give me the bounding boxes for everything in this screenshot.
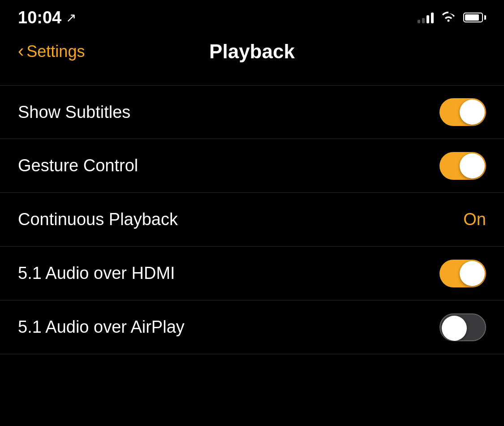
- toggle-show-subtitles[interactable]: [439, 98, 486, 126]
- battery-fill: [465, 14, 479, 21]
- toggle-thumb-gesture-control: [460, 153, 485, 178]
- back-chevron-icon: ‹: [18, 42, 24, 60]
- settings-row-show-subtitles[interactable]: Show Subtitles: [0, 85, 504, 139]
- signal-bar-2: [422, 18, 425, 23]
- settings-row-gesture-control[interactable]: Gesture Control: [0, 139, 504, 193]
- toggle-thumb-audio-airplay: [442, 316, 467, 341]
- settings-row-audio-airplay[interactable]: 5.1 Audio over AirPlay: [0, 300, 504, 354]
- battery-tip: [484, 15, 486, 20]
- settings-value-continuous-playback: On: [463, 210, 486, 229]
- time-display: 10:04: [18, 8, 61, 27]
- settings-label-gesture-control: Gesture Control: [18, 156, 138, 175]
- back-button[interactable]: ‹ Settings: [18, 42, 85, 61]
- signal-bar-3: [426, 15, 429, 23]
- signal-bar-4: [431, 13, 434, 23]
- settings-label-continuous-playback: Continuous Playback: [18, 210, 178, 229]
- toggle-thumb-audio-hdmi: [460, 261, 485, 286]
- toggle-gesture-control[interactable]: [439, 152, 486, 180]
- settings-label-audio-airplay: 5.1 Audio over AirPlay: [18, 317, 185, 337]
- back-label: Settings: [26, 42, 85, 61]
- battery-body: [463, 13, 483, 22]
- settings-list: Show SubtitlesGesture ControlContinuous …: [0, 85, 504, 354]
- settings-row-audio-hdmi[interactable]: 5.1 Audio over HDMI: [0, 247, 504, 300]
- status-bar: 10:04 ↗: [0, 0, 504, 31]
- page-title: Playback: [18, 40, 486, 63]
- settings-label-audio-hdmi: 5.1 Audio over HDMI: [18, 264, 175, 283]
- toggle-audio-hdmi[interactable]: [439, 260, 486, 287]
- location-icon: ↗: [66, 10, 76, 25]
- battery-icon: [463, 13, 486, 22]
- status-time-container: 10:04 ↗: [18, 8, 76, 27]
- wifi-icon: [441, 10, 456, 25]
- settings-row-continuous-playback: Continuous PlaybackOn: [0, 193, 504, 247]
- toggle-thumb-show-subtitles: [460, 100, 485, 125]
- settings-label-show-subtitles: Show Subtitles: [18, 103, 130, 122]
- nav-bar: ‹ Settings Playback: [0, 31, 504, 72]
- signal-bars: [418, 12, 434, 23]
- status-icons: [418, 10, 486, 25]
- toggle-audio-airplay[interactable]: [439, 313, 486, 341]
- signal-bar-1: [418, 20, 420, 23]
